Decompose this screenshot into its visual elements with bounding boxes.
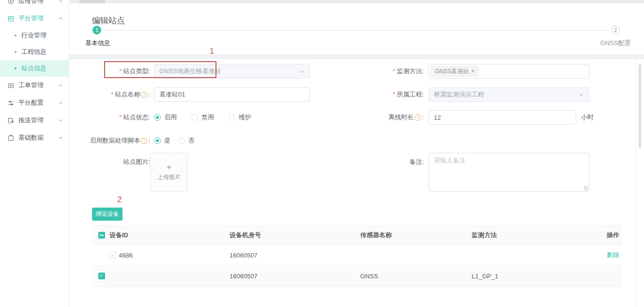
sidebar-item-label: 运维管理 bbox=[18, 0, 44, 5]
header-device-id: 设备ID bbox=[109, 231, 230, 240]
radio-icon bbox=[154, 114, 161, 121]
site-type-select[interactable]: GNSS地表位移基准站 bbox=[154, 64, 310, 79]
platform-config-icon bbox=[7, 99, 15, 107]
radio-icon bbox=[229, 114, 235, 121]
sidebar-item-label: 平台配置 bbox=[18, 98, 44, 107]
data-script-radio-group: 是 否 bbox=[154, 133, 209, 148]
sidebar-item-label: 工程信息 bbox=[21, 48, 46, 56]
cell-device-body-no: 16060507 bbox=[230, 252, 360, 259]
monitor-method-tag: GNSS基准站 × bbox=[431, 66, 478, 77]
chevron-down-icon bbox=[579, 92, 584, 97]
offline-hours-input[interactable] bbox=[429, 110, 576, 125]
workorder-management-icon bbox=[7, 82, 15, 89]
app-window: 运维管理 平台管理 行业管理 工程信息 站点信息 工单管理 平台配置 bbox=[0, 0, 644, 307]
sidebar-item-label: 基础数据 bbox=[18, 133, 44, 142]
required-asterisk: * bbox=[393, 67, 395, 75]
row-checkbox-checked[interactable] bbox=[98, 273, 105, 279]
bullet-icon bbox=[15, 51, 16, 53]
top-tab-bar bbox=[70, 0, 644, 3]
device-table: 设备ID 设备机身号 传感器名称 监测方法 操作 - 4686 16060507… bbox=[92, 226, 622, 287]
sidebar-item-label: 推送管理 bbox=[18, 116, 44, 125]
chevron-down-icon bbox=[58, 100, 63, 105]
image-upload-button[interactable]: + 上传图片 bbox=[150, 153, 188, 192]
site-status-label: *站点状态: bbox=[69, 110, 150, 125]
step-number: 2 bbox=[614, 27, 617, 33]
site-status-radio-group: 启用 禁用 维护 bbox=[154, 110, 266, 125]
radio-icon bbox=[154, 137, 161, 144]
textarea-resize-handle[interactable] bbox=[584, 186, 588, 191]
delete-link[interactable]: 删除 bbox=[607, 251, 622, 259]
sidebar-item-platform-management[interactable]: 平台管理 bbox=[0, 10, 69, 27]
project-label: *所属工程: bbox=[346, 87, 424, 102]
sidebar-item-base-data[interactable]: 基础数据 bbox=[0, 129, 69, 146]
sidebar: 运维管理 平台管理 行业管理 工程信息 站点信息 工单管理 平台配置 bbox=[0, 0, 69, 307]
bind-device-button[interactable]: 绑定设备 bbox=[92, 208, 123, 221]
step-number: 1 bbox=[95, 27, 98, 33]
sidebar-item-label: 站点信息 bbox=[21, 64, 46, 73]
bullet-icon bbox=[15, 67, 16, 69]
page-title: 编辑站点 bbox=[92, 15, 125, 26]
step-2-label: GNSS配置 bbox=[595, 39, 636, 48]
required-asterisk: * bbox=[119, 67, 122, 75]
monitor-method-tag-input[interactable]: GNSS基准站 × bbox=[429, 64, 589, 79]
radio-status-maintenance[interactable]: 维护 bbox=[229, 113, 251, 122]
site-image-label: 站点图片: bbox=[69, 155, 150, 169]
plus-icon: + bbox=[167, 163, 171, 172]
project-value: 桥梁监测演示工程 bbox=[434, 90, 484, 99]
main-content: 编辑站点 1 基本信息 2 GNSS配置 1 2 *站点类型: GNSS地表位移… bbox=[69, 3, 644, 307]
sidebar-item-ops-management[interactable]: 运维管理 bbox=[0, 0, 69, 10]
required-asterisk: * bbox=[393, 91, 395, 98]
radio-script-yes[interactable]: 是 bbox=[154, 136, 170, 145]
chevron-down-icon bbox=[58, 83, 63, 88]
step-1-label: 基本信息 bbox=[79, 39, 117, 48]
remark-textarea[interactable] bbox=[429, 153, 589, 192]
sidebar-item-project-info[interactable]: 工程信息 bbox=[0, 44, 69, 60]
sidebar-item-platform-config[interactable]: 平台配置 bbox=[0, 94, 69, 112]
push-management-icon bbox=[7, 117, 15, 124]
step-1-basic-info[interactable]: 1 bbox=[92, 26, 101, 34]
annotation-number-2: 2 bbox=[117, 195, 122, 205]
stepper-line bbox=[104, 30, 608, 31]
radio-script-no[interactable]: 否 bbox=[178, 136, 195, 145]
header-sensor-name: 传感器名称 bbox=[360, 231, 472, 240]
tag-close-icon[interactable]: × bbox=[471, 68, 475, 74]
required-asterisk: * bbox=[119, 113, 122, 121]
sidebar-item-industry-management[interactable]: 行业管理 bbox=[0, 27, 69, 44]
sidebar-item-site-info[interactable]: 站点信息 bbox=[0, 60, 69, 77]
sidebar-item-push-management[interactable]: 推送管理 bbox=[0, 112, 69, 129]
offline-hours-suffix: 小时 bbox=[581, 110, 594, 125]
project-select[interactable]: 桥梁监测演示工程 bbox=[429, 87, 589, 102]
select-all-checkbox[interactable] bbox=[98, 232, 105, 239]
chevron-down-icon bbox=[58, 118, 63, 123]
sidebar-item-label: 行业管理 bbox=[21, 31, 46, 40]
monitor-method-label: *监测方法: bbox=[346, 64, 424, 79]
base-data-icon bbox=[7, 134, 15, 142]
top-tab[interactable] bbox=[79, 0, 106, 3]
site-name-input[interactable] bbox=[154, 87, 310, 102]
chevron-up-icon bbox=[58, 16, 63, 21]
cell-device-body-no: 16060507 bbox=[230, 273, 360, 280]
chevron-down-icon bbox=[58, 135, 63, 140]
remark-label: 备注: bbox=[346, 155, 424, 169]
cell-monitor-method: L1_GP_1 bbox=[472, 273, 607, 280]
site-name-label: *站点名称i: bbox=[69, 87, 150, 102]
radio-status-enabled[interactable]: 启用 bbox=[154, 113, 177, 122]
offline-hours-label: 离线时长i: bbox=[346, 110, 424, 125]
info-icon[interactable]: i bbox=[141, 92, 147, 98]
table-header-row: 设备ID 设备机身号 传感器名称 监测方法 操作 bbox=[92, 226, 622, 245]
radio-icon bbox=[178, 137, 185, 144]
radio-status-disabled[interactable]: 禁用 bbox=[191, 113, 214, 122]
chevron-down-icon bbox=[58, 0, 63, 3]
chevron-down-icon bbox=[299, 69, 305, 74]
vertical-scrollbar[interactable] bbox=[639, 65, 641, 148]
info-icon[interactable]: i bbox=[414, 114, 421, 121]
collapse-toggle-icon[interactable]: - bbox=[109, 252, 116, 259]
info-icon[interactable]: i bbox=[141, 138, 147, 144]
site-type-label: *站点类型: bbox=[69, 64, 150, 79]
step-2-gnss-config[interactable]: 2 bbox=[611, 26, 620, 34]
radio-icon bbox=[191, 114, 198, 121]
table-row: - 4686 16060507 删除 bbox=[92, 245, 622, 266]
cell-device-id: - 4686 bbox=[109, 252, 230, 259]
sidebar-item-workorder-management[interactable]: 工单管理 bbox=[0, 77, 69, 94]
table-row: 16060507 GNSS L1_GP_1 bbox=[92, 266, 622, 287]
